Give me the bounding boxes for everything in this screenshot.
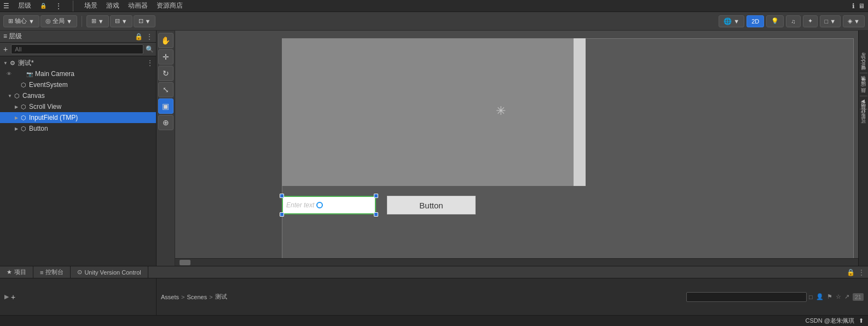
- scroll-view-icon: ⬡: [20, 103, 27, 110]
- vis-icon[interactable]: ▶ 颜: [860, 97, 867, 104]
- bottom-icon-star[interactable]: ☆: [836, 293, 841, 300]
- camera-frame-icon: □: [825, 18, 829, 25]
- tab-version-control[interactable]: ⊙ Unity Version Control: [71, 266, 148, 278]
- scene-label: 测试*: [18, 59, 34, 68]
- light-icon: 💡: [771, 18, 779, 25]
- hierarchy-title: ≡ 层级: [3, 32, 22, 41]
- transform-tool-btn[interactable]: ⊕: [158, 115, 173, 130]
- tree-item-scroll-view[interactable]: ⬡ Scroll View: [0, 101, 156, 112]
- visibility-eye-icon: 👁: [7, 71, 11, 77]
- breadcrumb-assets[interactable]: Assets: [161, 294, 179, 300]
- project-label: 项目: [14, 268, 26, 276]
- canvas-icon: ⬡: [13, 92, 21, 100]
- bottom-icon-flag[interactable]: ⚑: [827, 293, 832, 300]
- pivot-btn[interactable]: ⊞ 轴心 ▼: [3, 15, 39, 27]
- left-tools: ✋ ✛ ↻ ⤡ ▣ ⊕: [157, 31, 175, 266]
- camera-icon: 📷: [26, 70, 33, 78]
- search-bar: + 🔍: [0, 43, 156, 56]
- tree-item-main-camera[interactable]: 👁 📷 Main Camera: [0, 68, 156, 79]
- project-icon: ★: [7, 269, 12, 276]
- hand-tool-btn[interactable]: ✋: [158, 33, 173, 48]
- cam-btn[interactable]: □ ▼: [820, 15, 841, 27]
- info-icon[interactable]: ℹ: [852, 2, 855, 10]
- hierarchy-lock-icon[interactable]: 🔒: [135, 33, 143, 40]
- add-hierarchy-btn[interactable]: +: [2, 45, 9, 54]
- scene-menu[interactable]: 场景: [84, 1, 97, 10]
- button-scene-label: Button: [419, 201, 443, 210]
- inputfield-scene-element[interactable]: Enter text: [282, 196, 376, 214]
- tab-more-icon[interactable]: ⋮: [858, 269, 865, 276]
- bottom-add-btn[interactable]: +: [11, 293, 15, 301]
- hierarchy-search-input[interactable]: [11, 44, 143, 54]
- scroll-view-rect: [282, 38, 575, 186]
- bottom-tabs: ★ 项目 ≡ 控制台 ⊙ Unity Version Control 🔒 ⋮: [0, 266, 868, 278]
- tree-item-scene[interactable]: ⚙ 测试* ⋮: [0, 57, 156, 68]
- bottom-icon-snapshot[interactable]: □: [809, 294, 813, 300]
- fx-btn[interactable]: ✦: [803, 15, 818, 27]
- hierarchy-label[interactable]: 层级: [18, 1, 31, 10]
- snap-btn1[interactable]: ⊞ ▼: [86, 15, 109, 27]
- button-label-tree: Button: [29, 125, 48, 132]
- bottom-footer: CSDN @老朱佩琪 ⬆: [0, 315, 868, 326]
- scene-canvas-area[interactable]: ✳ Enter text Button: [175, 31, 858, 266]
- snap-btn2[interactable]: ⊟ ▼: [110, 15, 132, 27]
- global-btn[interactable]: ◎ 全局 ▼: [40, 15, 77, 27]
- tree-item-inputfield[interactable]: ⬡ InputField (TMP): [0, 112, 156, 123]
- rotate-tool-btn[interactable]: ↻: [158, 66, 173, 81]
- tree-item-eventsystem[interactable]: ⬡ EventSystem: [0, 79, 156, 90]
- rect-tool-btn[interactable]: ▣: [158, 98, 173, 114]
- scene-arrow: [2, 61, 9, 66]
- lock-label: ▼ 锁: [860, 74, 867, 82]
- bottom-right-icons: □ 👤 ⚑ ☆ ↗ 21: [809, 293, 864, 301]
- audio-icon: ♫: [791, 18, 795, 25]
- inputfield-label: InputField (TMP): [29, 114, 78, 121]
- version-control-label: Unity Version Control: [84, 269, 141, 276]
- gizmo-btn[interactable]: ◈ ▼: [843, 15, 865, 27]
- bottom-icon-user[interactable]: 👤: [816, 293, 824, 300]
- breadcrumb-scenes[interactable]: Scenes: [187, 294, 207, 300]
- inputfield-arrow: [13, 115, 20, 120]
- scene-view: ✋ ✛ ↻ ⤡ ▣ ⊕ ✳: [157, 31, 868, 266]
- asset-store-menu[interactable]: 资源商店: [157, 1, 183, 10]
- tab-project[interactable]: ★ 项目: [0, 266, 33, 278]
- right-panel-sep2: [860, 96, 867, 96]
- hierarchy-panel: ≡ 层级 🔒 ⋮ + 🔍 ⚙ 测试* ⋮ 👁: [0, 31, 157, 266]
- animator-menu[interactable]: 动画器: [128, 1, 148, 10]
- bottom-icon-upload[interactable]: ↗: [844, 293, 849, 300]
- monitor-icon[interactable]: 🖥: [858, 2, 865, 10]
- middle-label: middle: [860, 53, 866, 68]
- scene-more[interactable]: ⋮: [146, 59, 154, 67]
- right-panel-sep3: [860, 109, 867, 109]
- tab-console[interactable]: ≡ 控制台: [33, 266, 71, 278]
- input-placeholder-text: Enter text: [286, 201, 314, 209]
- game-menu[interactable]: 游戏: [106, 1, 119, 10]
- button-scene-element[interactable]: Button: [387, 196, 476, 214]
- light-btn[interactable]: 💡: [766, 15, 784, 27]
- hierarchy-more-icon[interactable]: ⋮: [146, 33, 153, 40]
- tree-item-canvas[interactable]: ⬡ Canvas: [0, 90, 156, 101]
- console-label: 控制台: [45, 268, 63, 276]
- scale-tool-btn[interactable]: ⤡: [158, 82, 173, 97]
- crosshair-icon: ✳: [496, 104, 506, 118]
- hierarchy-header: ≡ 层级 🔒 ⋮: [0, 31, 156, 43]
- scene-horizontal-scrollbar[interactable]: [175, 258, 858, 266]
- globe-btn[interactable]: 🌐 ▼: [719, 15, 744, 27]
- footer-up-icon: ⬆: [859, 317, 864, 324]
- bottom-search-input[interactable]: [686, 292, 807, 302]
- hierarchy-tree: ⚙ 测试* ⋮ 👁 📷 Main Camera ⬡ EventSystem: [0, 56, 156, 266]
- breadcrumb-test[interactable]: 测试: [215, 293, 227, 301]
- snap-btn3[interactable]: ⊡ ▼: [134, 15, 156, 27]
- version-control-icon: ⊙: [77, 269, 82, 276]
- tab-lock-icon[interactable]: 🔒: [847, 269, 855, 276]
- button-icon: ⬡: [20, 125, 27, 132]
- bottom-area: ★ 项目 ≡ 控制台 ⊙ Unity Version Control 🔒 ⋮ ▶…: [0, 266, 868, 326]
- footer-user-label: CSDN @老朱佩琪: [806, 317, 854, 325]
- bottom-count-badge: 21: [853, 293, 864, 301]
- tree-item-button[interactable]: ⬡ Button: [0, 123, 156, 134]
- audio-btn[interactable]: ♫: [786, 15, 800, 27]
- search-icon: 🔍: [146, 45, 154, 53]
- breadcrumb-sep2: >: [209, 294, 212, 300]
- 2d-btn[interactable]: 2D: [747, 15, 764, 27]
- more-icon[interactable]: ⋮: [55, 2, 62, 10]
- move-tool-btn[interactable]: ✛: [158, 49, 173, 65]
